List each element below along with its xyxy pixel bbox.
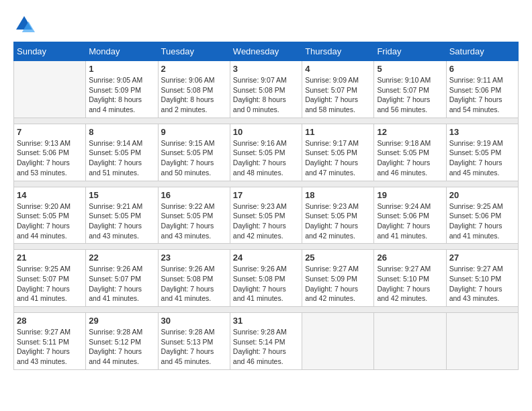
calendar-cell: 20Sunrise: 9:25 AM Sunset: 5:06 PM Dayli… xyxy=(446,187,518,244)
day-number: 28 xyxy=(17,316,83,326)
calendar-cell: 19Sunrise: 9:24 AM Sunset: 5:06 PM Dayli… xyxy=(374,187,446,244)
day-number: 30 xyxy=(161,316,227,326)
day-info: Sunrise: 9:07 AM Sunset: 5:08 PM Dayligh… xyxy=(233,75,299,115)
day-info: Sunrise: 9:21 AM Sunset: 5:05 PM Dayligh… xyxy=(89,201,154,241)
day-number: 2 xyxy=(161,64,227,74)
day-info: Sunrise: 9:24 AM Sunset: 5:06 PM Dayligh… xyxy=(377,201,443,241)
day-number: 27 xyxy=(449,253,515,263)
calendar-cell: 1Sunrise: 9:05 AM Sunset: 5:09 PM Daylig… xyxy=(86,61,158,118)
calendar-cell xyxy=(14,61,86,118)
header-friday: Friday xyxy=(374,42,446,61)
day-info: Sunrise: 9:28 AM Sunset: 5:13 PM Dayligh… xyxy=(161,327,227,367)
week-separator xyxy=(14,181,519,187)
calendar-cell: 14Sunrise: 9:20 AM Sunset: 5:05 PM Dayli… xyxy=(14,187,86,244)
header-monday: Monday xyxy=(86,42,158,61)
calendar-cell: 26Sunrise: 9:27 AM Sunset: 5:10 PM Dayli… xyxy=(374,250,446,307)
day-info: Sunrise: 9:28 AM Sunset: 5:14 PM Dayligh… xyxy=(233,327,299,367)
week-separator xyxy=(14,118,519,124)
header-tuesday: Tuesday xyxy=(158,42,230,61)
day-info: Sunrise: 9:05 AM Sunset: 5:09 PM Dayligh… xyxy=(89,75,154,115)
calendar-cell: 10Sunrise: 9:16 AM Sunset: 5:05 PM Dayli… xyxy=(230,124,302,181)
calendar-cell: 29Sunrise: 9:28 AM Sunset: 5:12 PM Dayli… xyxy=(86,313,158,370)
day-info: Sunrise: 9:15 AM Sunset: 5:05 PM Dayligh… xyxy=(161,138,227,178)
week-separator xyxy=(14,307,519,313)
day-info: Sunrise: 9:09 AM Sunset: 5:07 PM Dayligh… xyxy=(305,75,371,115)
header-wednesday: Wednesday xyxy=(230,42,302,61)
day-number: 16 xyxy=(161,190,227,200)
day-number: 29 xyxy=(89,316,154,326)
calendar-cell: 6Sunrise: 9:11 AM Sunset: 5:06 PM Daylig… xyxy=(446,61,518,118)
calendar-cell: 21Sunrise: 9:25 AM Sunset: 5:07 PM Dayli… xyxy=(14,250,86,307)
calendar-cell: 31Sunrise: 9:28 AM Sunset: 5:14 PM Dayli… xyxy=(230,313,302,370)
day-info: Sunrise: 9:13 AM Sunset: 5:06 PM Dayligh… xyxy=(17,138,83,178)
day-number: 5 xyxy=(377,64,443,74)
day-info: Sunrise: 9:19 AM Sunset: 5:05 PM Dayligh… xyxy=(449,138,515,178)
calendar-cell: 3Sunrise: 9:07 AM Sunset: 5:08 PM Daylig… xyxy=(230,61,302,118)
day-info: Sunrise: 9:14 AM Sunset: 5:05 PM Dayligh… xyxy=(89,138,154,178)
header-sunday: Sunday xyxy=(14,42,86,61)
calendar-cell: 9Sunrise: 9:15 AM Sunset: 5:05 PM Daylig… xyxy=(158,124,230,181)
day-info: Sunrise: 9:25 AM Sunset: 5:07 PM Dayligh… xyxy=(17,264,83,304)
day-info: Sunrise: 9:22 AM Sunset: 5:05 PM Dayligh… xyxy=(161,201,227,241)
day-number: 6 xyxy=(449,64,515,74)
day-info: Sunrise: 9:27 AM Sunset: 5:10 PM Dayligh… xyxy=(449,264,515,304)
calendar-cell xyxy=(446,313,518,370)
day-info: Sunrise: 9:17 AM Sunset: 5:05 PM Dayligh… xyxy=(305,138,371,178)
day-info: Sunrise: 9:11 AM Sunset: 5:06 PM Dayligh… xyxy=(449,75,515,115)
day-number: 25 xyxy=(305,253,371,263)
calendar-cell: 7Sunrise: 9:13 AM Sunset: 5:06 PM Daylig… xyxy=(14,124,86,181)
day-number: 24 xyxy=(233,253,299,263)
day-number: 10 xyxy=(233,127,299,137)
calendar-cell: 4Sunrise: 9:09 AM Sunset: 5:07 PM Daylig… xyxy=(302,61,374,118)
calendar-cell: 17Sunrise: 9:23 AM Sunset: 5:05 PM Dayli… xyxy=(230,187,302,244)
calendar-cell: 28Sunrise: 9:27 AM Sunset: 5:11 PM Dayli… xyxy=(14,313,86,370)
day-info: Sunrise: 9:23 AM Sunset: 5:05 PM Dayligh… xyxy=(305,201,371,241)
calendar-cell: 11Sunrise: 9:17 AM Sunset: 5:05 PM Dayli… xyxy=(302,124,374,181)
day-number: 12 xyxy=(377,127,443,137)
day-info: Sunrise: 9:27 AM Sunset: 5:09 PM Dayligh… xyxy=(305,264,371,304)
day-number: 21 xyxy=(17,253,83,263)
calendar-cell xyxy=(302,313,374,370)
calendar-cell: 15Sunrise: 9:21 AM Sunset: 5:05 PM Dayli… xyxy=(86,187,158,244)
day-info: Sunrise: 9:20 AM Sunset: 5:05 PM Dayligh… xyxy=(17,201,83,241)
calendar-cell: 5Sunrise: 9:10 AM Sunset: 5:07 PM Daylig… xyxy=(374,61,446,118)
calendar-cell: 27Sunrise: 9:27 AM Sunset: 5:10 PM Dayli… xyxy=(446,250,518,307)
week-separator xyxy=(14,244,519,250)
day-number: 22 xyxy=(89,253,154,263)
calendar: SundayMondayTuesdayWednesdayThursdayFrid… xyxy=(13,42,519,370)
day-info: Sunrise: 9:23 AM Sunset: 5:05 PM Dayligh… xyxy=(233,201,299,241)
day-info: Sunrise: 9:26 AM Sunset: 5:08 PM Dayligh… xyxy=(233,264,299,304)
day-info: Sunrise: 9:27 AM Sunset: 5:11 PM Dayligh… xyxy=(17,327,83,367)
day-number: 20 xyxy=(449,190,515,200)
calendar-cell: 24Sunrise: 9:26 AM Sunset: 5:08 PM Dayli… xyxy=(230,250,302,307)
day-number: 13 xyxy=(449,127,515,137)
day-info: Sunrise: 9:10 AM Sunset: 5:07 PM Dayligh… xyxy=(377,75,443,115)
logo-icon xyxy=(13,13,35,35)
calendar-cell: 23Sunrise: 9:26 AM Sunset: 5:08 PM Dayli… xyxy=(158,250,230,307)
day-info: Sunrise: 9:26 AM Sunset: 5:08 PM Dayligh… xyxy=(161,264,227,304)
day-number: 18 xyxy=(305,190,371,200)
calendar-cell: 16Sunrise: 9:22 AM Sunset: 5:05 PM Dayli… xyxy=(158,187,230,244)
calendar-cell: 8Sunrise: 9:14 AM Sunset: 5:05 PM Daylig… xyxy=(86,124,158,181)
calendar-cell: 25Sunrise: 9:27 AM Sunset: 5:09 PM Dayli… xyxy=(302,250,374,307)
day-number: 9 xyxy=(161,127,227,137)
day-number: 11 xyxy=(305,127,371,137)
day-info: Sunrise: 9:06 AM Sunset: 5:08 PM Dayligh… xyxy=(161,75,227,115)
calendar-week-2: 7Sunrise: 9:13 AM Sunset: 5:06 PM Daylig… xyxy=(14,124,519,181)
day-number: 4 xyxy=(305,64,371,74)
calendar-week-5: 28Sunrise: 9:27 AM Sunset: 5:11 PM Dayli… xyxy=(14,313,519,370)
header-thursday: Thursday xyxy=(302,42,374,61)
day-number: 7 xyxy=(17,127,83,137)
header-saturday: Saturday xyxy=(446,42,518,61)
calendar-cell: 22Sunrise: 9:26 AM Sunset: 5:07 PM Dayli… xyxy=(86,250,158,307)
day-info: Sunrise: 9:26 AM Sunset: 5:07 PM Dayligh… xyxy=(89,264,154,304)
page-header xyxy=(13,13,519,35)
day-number: 15 xyxy=(89,190,154,200)
calendar-cell: 2Sunrise: 9:06 AM Sunset: 5:08 PM Daylig… xyxy=(158,61,230,118)
calendar-week-3: 14Sunrise: 9:20 AM Sunset: 5:05 PM Dayli… xyxy=(14,187,519,244)
day-info: Sunrise: 9:18 AM Sunset: 5:05 PM Dayligh… xyxy=(377,138,443,178)
day-info: Sunrise: 9:28 AM Sunset: 5:12 PM Dayligh… xyxy=(89,327,154,367)
day-number: 31 xyxy=(233,316,299,326)
calendar-cell: 12Sunrise: 9:18 AM Sunset: 5:05 PM Dayli… xyxy=(374,124,446,181)
calendar-cell xyxy=(374,313,446,370)
